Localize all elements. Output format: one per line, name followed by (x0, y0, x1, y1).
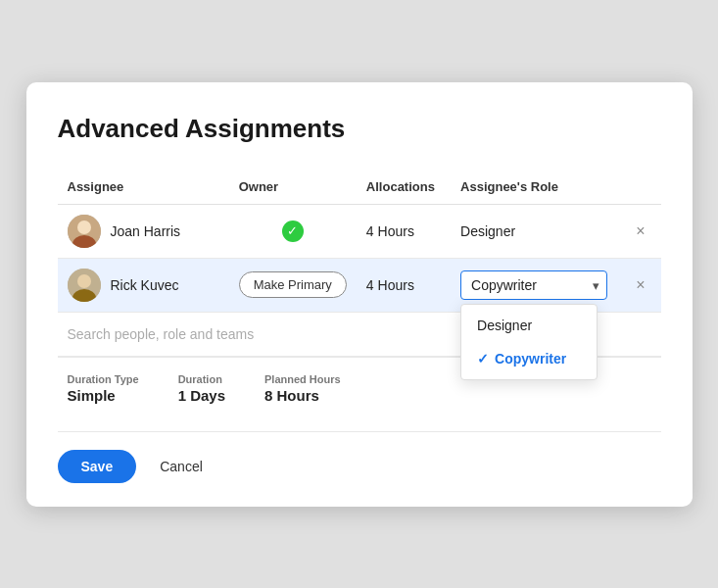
owner-check-icon: ✓ (282, 220, 304, 242)
col-header-assignee: Assignee (58, 172, 229, 205)
owner-cell: ✓ (229, 204, 357, 258)
avatar (68, 269, 101, 302)
dropdown-item-designer[interactable]: Designer (461, 309, 597, 342)
dropdown-item-label: Designer (477, 318, 532, 333)
table-row: Joan Harris ✓ 4 Hours Designer × (58, 204, 661, 258)
advanced-assignments-dialog: Advanced Assignments Assignee Owner Allo… (26, 82, 693, 507)
duration-value: 1 Days (178, 387, 225, 404)
role-cell: ▾ Designer ✓ Copywriter (451, 258, 620, 312)
duration-item: Duration 1 Days (178, 373, 225, 404)
planned-hours-value: 8 Hours (264, 387, 341, 404)
assignee-name: Joan Harris (111, 223, 181, 239)
allocations-cell: 4 Hours (357, 258, 451, 312)
allocations-value: 4 Hours (366, 277, 414, 293)
dialog-title: Advanced Assignments (58, 114, 661, 144)
table-row: Rick Kuvec Make Primary 4 Hours ▾ D (58, 258, 661, 312)
assignee-name: Rick Kuvec (111, 277, 179, 293)
svg-point-4 (77, 274, 91, 288)
col-header-role: Assignee's Role (451, 172, 620, 205)
search-placeholder[interactable]: Search people, role and teams (68, 326, 255, 342)
make-primary-button[interactable]: Make Primary (239, 271, 347, 298)
svg-point-1 (77, 220, 91, 234)
allocations-cell: 4 Hours (357, 204, 451, 258)
role-select-input[interactable] (460, 270, 607, 300)
owner-cell: Make Primary (229, 258, 357, 312)
dropdown-item-label: Copywriter (495, 351, 566, 367)
save-button[interactable]: Save (58, 450, 137, 483)
role-dropdown: Designer ✓ Copywriter (460, 304, 598, 380)
remove-row-button[interactable]: × (630, 275, 650, 295)
col-header-allocations: Allocations (357, 172, 451, 205)
assignments-table: Assignee Owner Allocations Assignee's Ro… (58, 172, 661, 357)
role-value: Designer (460, 223, 515, 239)
role-cell: Designer (451, 204, 620, 258)
allocations-value: 4 Hours (366, 223, 414, 239)
planned-hours-item: Planned Hours 8 Hours (264, 373, 341, 404)
assignee-cell: Rick Kuvec (58, 258, 229, 312)
col-header-owner: Owner (229, 172, 357, 205)
duration-label: Duration (178, 373, 225, 385)
col-header-action (620, 172, 660, 205)
assignee-cell: Joan Harris (58, 204, 229, 258)
action-cell: × (620, 204, 660, 258)
avatar (68, 215, 101, 248)
dialog-footer: Save Cancel (58, 431, 661, 483)
action-cell: × (620, 258, 660, 312)
duration-type-value: Simple (68, 387, 139, 404)
check-mark-icon: ✓ (477, 351, 489, 367)
duration-type-label: Duration Type (68, 373, 139, 385)
remove-row-button[interactable]: × (630, 221, 650, 241)
duration-type-item: Duration Type Simple (68, 373, 139, 404)
planned-hours-label: Planned Hours (264, 373, 341, 385)
role-select-wrapper: ▾ Designer ✓ Copywriter (460, 270, 607, 300)
cancel-button[interactable]: Cancel (152, 450, 211, 483)
dropdown-item-copywriter[interactable]: ✓ Copywriter (461, 342, 597, 375)
